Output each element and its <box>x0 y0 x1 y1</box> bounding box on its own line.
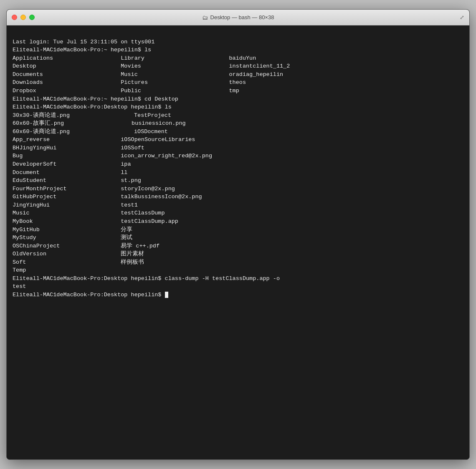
expand-button[interactable]: ⤢ <box>460 14 464 21</box>
terminal-cursor <box>165 292 168 298</box>
minimize-button[interactable] <box>20 15 26 20</box>
close-button[interactable] <box>12 15 17 20</box>
terminal-body[interactable]: Last login: Tue Jul 15 23:11:05 on ttys0… <box>7 25 469 459</box>
folder-icon: 🗂 <box>202 14 208 21</box>
title-bar: 🗂 Desktop — bash — 80×38 ⤢ <box>7 10 469 25</box>
window-title: 🗂 Desktop — bash — 80×38 <box>202 14 274 21</box>
terminal-window: 🗂 Desktop — bash — 80×38 ⤢ Last login: T… <box>6 9 470 460</box>
window-buttons <box>12 15 35 20</box>
terminal-content: Last login: Tue Jul 15 23:11:05 on ttys0… <box>13 39 290 298</box>
maximize-button[interactable] <box>29 15 35 20</box>
